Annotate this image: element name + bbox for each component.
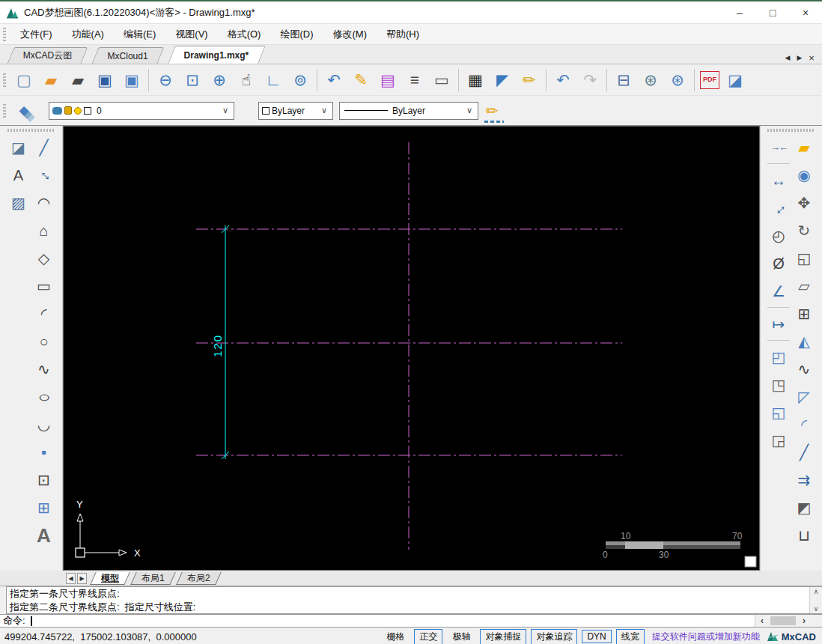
zoom-window-icon[interactable]: ⊡ (181, 69, 204, 91)
dim-edit-icon[interactable]: →← (767, 136, 791, 159)
close-tab-icon[interactable]: × (806, 52, 818, 64)
toolbar-drag-handle[interactable] (3, 104, 6, 118)
layer-select[interactable]: 0 ∨ (49, 102, 234, 120)
layout-tab-3[interactable]: 布局2 (176, 572, 221, 585)
ellipse-icon[interactable]: ○ (26, 385, 61, 408)
text-icon[interactable]: A (32, 523, 56, 547)
mirror-icon[interactable]: ◭ (792, 329, 816, 353)
open-file-icon[interactable]: ▰ (67, 69, 89, 91)
layout-tab-2[interactable]: 布局1 (130, 572, 175, 585)
toggle-2[interactable]: 正交 (414, 629, 442, 644)
insert-block-icon[interactable]: ⊡ (32, 468, 56, 491)
menu-item-1[interactable]: 文件(F) (10, 25, 62, 43)
canvas-resize-handle[interactable] (745, 556, 756, 567)
arc-3pt-icon[interactable]: ◜ (32, 302, 56, 325)
layer-manager-icon[interactable]: ▦ (464, 69, 487, 91)
menu-item-7[interactable]: 修改(M) (323, 25, 377, 43)
toggle-5[interactable]: 对象追踪 (531, 629, 577, 644)
save-icon[interactable]: ▣ (94, 69, 116, 91)
linetype-select[interactable]: ByLayer ∨ (339, 102, 478, 120)
xline-icon[interactable]: ↕ (27, 158, 61, 192)
menu-item-4[interactable]: 视图(V) (165, 25, 217, 43)
redo-icon[interactable]: ↷ (579, 69, 601, 91)
next-tab-icon[interactable]: ▶ (794, 52, 806, 64)
array-icon[interactable]: ⊞ (792, 302, 816, 325)
insert-image-icon[interactable]: ◪ (7, 136, 31, 159)
chevron-down-icon[interactable]: ∨ (464, 106, 475, 115)
create-block-icon[interactable]: ⊞ (32, 496, 56, 519)
point-icon[interactable]: ▪ (32, 440, 56, 464)
new-file-icon[interactable]: ▢ (13, 69, 35, 91)
copy-icon[interactable]: ◉ (792, 163, 816, 186)
command-history-scrollbar[interactable]: ∧∨ (809, 587, 822, 613)
prev-tab-icon[interactable]: ◀ (782, 52, 794, 64)
offset-icon[interactable]: ▱ (792, 274, 816, 297)
drawing-canvas[interactable]: 1201070030XY (63, 126, 760, 571)
close-icon[interactable]: × (789, 1, 822, 23)
rectangle-icon[interactable]: ▭ (32, 274, 56, 297)
menu-item-8[interactable]: 帮助(H) (377, 25, 429, 43)
toolbar-drag-handle[interactable] (3, 73, 6, 87)
color-palette-icon[interactable]: ▤ (377, 69, 399, 91)
curve-icon[interactable]: ∿ (792, 357, 816, 380)
next-layout-icon[interactable]: ▶ (77, 573, 87, 584)
layers-stack-icon[interactable]: ◆ (13, 100, 35, 122)
move-icon[interactable]: ✥ (792, 191, 816, 214)
maximize-icon[interactable]: □ (756, 1, 789, 23)
draworder-above-icon[interactable]: ◱ (767, 401, 791, 424)
zoom-all-icon[interactable]: ⊕ (208, 69, 231, 91)
open-drawing-icon[interactable]: ▰ (40, 69, 62, 91)
cad-drawing[interactable]: 1201070030XY (64, 127, 759, 570)
menu-item-5[interactable]: 格式(O) (218, 25, 271, 43)
rotate-icon[interactable]: ↻ (792, 219, 816, 242)
line-icon[interactable]: ╱ (32, 136, 56, 159)
publish-web-icon[interactable]: ⊛ (639, 69, 662, 91)
ellipse-arc-icon[interactable]: ◡ (32, 413, 56, 436)
extend-icon[interactable]: ⇉ (792, 468, 816, 491)
print-icon[interactable]: ⊟ (612, 69, 635, 91)
fillet-icon[interactable]: ◜ (792, 413, 816, 436)
scale-icon[interactable]: ◱ (792, 246, 816, 270)
doc-tab-3[interactable]: Drawing1.mxg* (168, 46, 266, 64)
draw-pencil-icon[interactable]: ✎ (350, 69, 372, 91)
match-properties-icon[interactable]: ✏ (518, 69, 541, 91)
toggle-6[interactable]: DYN (582, 630, 611, 643)
dimension-text[interactable]: 120 (211, 334, 224, 357)
panel-drag-handle[interactable] (7, 129, 55, 132)
toggle-3[interactable]: 极轴 (447, 629, 475, 644)
quick-select-icon[interactable]: ◤ (491, 69, 514, 91)
draworder-back-icon[interactable]: ◳ (767, 373, 791, 396)
polyline-icon[interactable]: ◇ (32, 246, 56, 270)
continue-dimension-icon[interactable]: ↦ (767, 312, 791, 335)
erase-icon[interactable]: ▰ (792, 136, 816, 159)
doc-tab-2[interactable]: MxCloud1 (92, 47, 165, 64)
spline-icon[interactable]: ∿ (32, 357, 56, 380)
scroll-left-icon[interactable]: ‹ (755, 616, 769, 626)
draworder-below-icon[interactable]: ◲ (767, 428, 791, 452)
group-icon[interactable]: ⊔ (792, 523, 816, 547)
diameter-dimension-icon[interactable]: Ø (767, 252, 791, 275)
canvas-background[interactable] (64, 127, 759, 570)
explode-icon[interactable]: ◩ (792, 496, 816, 519)
angular-dimension-icon[interactable]: ∠ (767, 279, 791, 303)
save-as-icon[interactable]: ▣ (121, 69, 143, 91)
chevron-down-icon[interactable]: ∨ (220, 106, 231, 115)
command-prompt[interactable]: 命令: (0, 614, 28, 628)
page-setup-icon[interactable]: ▭ (430, 69, 453, 91)
linear-dimension-icon[interactable]: ↔ (767, 168, 791, 192)
circle-icon[interactable]: ○ (32, 329, 56, 353)
chevron-down-icon[interactable]: ∨ (319, 106, 329, 115)
color-select[interactable]: ByLayer ∨ (258, 102, 333, 120)
linetype-manager-icon[interactable]: ≡ (404, 69, 426, 91)
break-icon[interactable]: ╱ (792, 440, 816, 464)
aligned-dimension-icon[interactable]: ↔ (762, 191, 796, 225)
scroll-down-icon[interactable]: ∨ (814, 604, 819, 613)
undo-icon[interactable]: ↶ (552, 69, 574, 91)
menu-item-2[interactable]: 功能(A) (62, 25, 114, 43)
minimize-icon[interactable]: – (723, 1, 756, 23)
menu-item-3[interactable]: 编辑(E) (114, 25, 165, 43)
layout-tab-1[interactable]: 模型 (90, 572, 130, 585)
export-image-icon[interactable]: ◪ (724, 69, 746, 91)
arc-icon[interactable]: ◠ (32, 191, 56, 214)
doc-tab-1[interactable]: MxCAD云图 (7, 47, 88, 64)
